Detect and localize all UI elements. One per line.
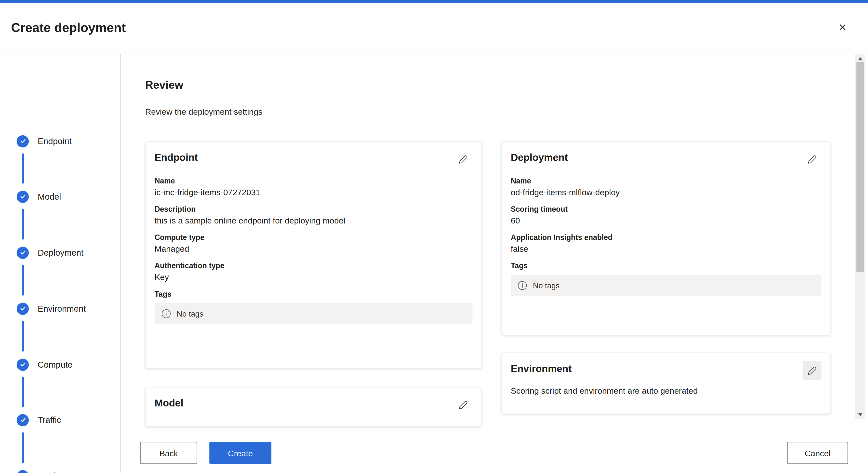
- step-connector: [22, 153, 24, 183]
- check-circle-icon: [17, 246, 29, 259]
- cancel-button[interactable]: Cancel: [787, 442, 848, 464]
- step-label: Traffic: [37, 415, 61, 425]
- scrollbar-thumb[interactable]: [856, 62, 864, 272]
- tags-empty-banner: i No tags: [155, 303, 473, 324]
- field-value: Managed: [155, 244, 473, 253]
- field-label: Name: [511, 177, 822, 185]
- dialog-header: Create deployment ✕: [0, 3, 868, 53]
- card-title: Deployment: [511, 150, 568, 163]
- back-button[interactable]: Back: [140, 442, 197, 464]
- tags-empty-text: No tags: [177, 309, 204, 318]
- field-label: Tags: [155, 290, 473, 298]
- wizard-stepper: Endpoint Model Deployment Environment: [0, 54, 121, 473]
- field-label: Compute type: [155, 233, 473, 242]
- edit-deployment-pencil-icon[interactable]: [803, 150, 822, 169]
- environment-summary-card: Environment Scoring script and environme…: [501, 353, 831, 414]
- card-title: Environment: [511, 361, 571, 375]
- field-label: Application Insights enabled: [511, 233, 822, 242]
- field-value: ic-mc-fridge-items-07272031: [155, 187, 473, 197]
- endpoint-summary-card: Endpoint Name ic-mc-fridge-items-0727203…: [145, 142, 482, 368]
- create-button[interactable]: Create: [209, 442, 272, 464]
- create-deployment-dialog: Create deployment ✕ Endpoint Model Deplo…: [0, 0, 868, 473]
- step-label: Model: [37, 191, 61, 202]
- step-connector: [22, 209, 24, 239]
- tags-empty-banner: i No tags: [511, 275, 822, 296]
- field-value: this is a sample online endpoint for dep…: [155, 216, 473, 225]
- check-circle-icon: [17, 414, 29, 426]
- card-title: Endpoint: [155, 150, 198, 163]
- scroll-up-icon[interactable]: [855, 54, 865, 63]
- step-label: Deployment: [37, 247, 84, 258]
- dialog-footer: Back Create Cancel: [121, 436, 868, 473]
- check-circle-icon: [17, 190, 29, 203]
- check-circle-icon: [17, 358, 29, 371]
- step-connector: [22, 321, 24, 351]
- scroll-down-icon[interactable]: [855, 410, 865, 419]
- step-connector: [22, 433, 24, 463]
- step-connector: [22, 377, 24, 407]
- page-title: Review: [145, 79, 183, 92]
- card-title: Model: [155, 395, 183, 409]
- field-value: od-fridge-items-mlflow-deploy: [511, 187, 822, 197]
- tags-empty-text: No tags: [533, 281, 560, 290]
- check-circle-icon: [17, 470, 29, 473]
- dialog-title: Create deployment: [11, 20, 126, 35]
- field-label: Authentication type: [155, 262, 473, 270]
- close-icon[interactable]: ✕: [834, 19, 851, 37]
- environment-description: Scoring script and environment are auto …: [511, 386, 822, 395]
- model-summary-card: Model: [145, 387, 482, 427]
- step-label: Compute: [37, 359, 72, 369]
- field-label: Name: [155, 177, 473, 185]
- vertical-scrollbar[interactable]: [855, 54, 865, 419]
- step-label: Review: [37, 471, 67, 473]
- page-subtitle: Review the deployment settings: [145, 107, 262, 116]
- top-accent-bar: [0, 0, 868, 3]
- step-label: Environment: [37, 303, 86, 314]
- edit-model-pencil-icon[interactable]: [454, 395, 473, 414]
- field-label: Scoring timeout: [511, 205, 822, 213]
- field-value: 60: [511, 216, 822, 225]
- edit-endpoint-pencil-icon[interactable]: [454, 150, 473, 169]
- field-label: Description: [155, 205, 473, 213]
- step-connector: [22, 265, 24, 295]
- step-label: Endpoint: [37, 136, 71, 146]
- field-label: Tags: [511, 262, 822, 270]
- field-value: Key: [155, 272, 473, 282]
- check-circle-icon: [17, 135, 29, 147]
- info-icon: i: [162, 309, 170, 318]
- field-value: false: [511, 244, 822, 253]
- deployment-summary-card: Deployment Name od-fridge-items-mlflow-d…: [501, 142, 831, 335]
- edit-environment-pencil-icon[interactable]: [803, 361, 822, 380]
- check-circle-icon: [17, 302, 29, 315]
- info-icon: i: [518, 281, 527, 290]
